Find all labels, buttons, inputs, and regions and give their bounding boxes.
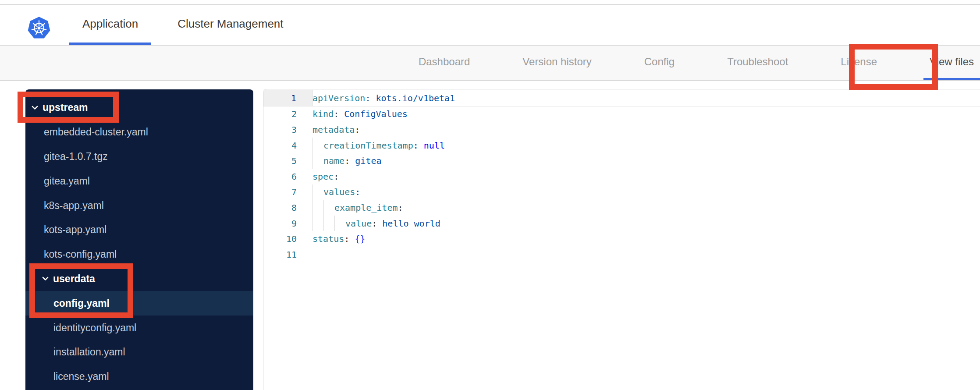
code-line: 3metadata: (263, 122, 980, 138)
line-number: 7 (263, 184, 312, 200)
header-tabs: ApplicationCluster Management (69, 5, 297, 45)
tree-item-label: k8s-app.yaml (44, 200, 104, 212)
line-number: 3 (263, 122, 312, 138)
file-gitea-1-0-7-tgz[interactable]: gitea-1.0.7.tgz (25, 145, 253, 169)
code-line: 9value: hello world (263, 216, 980, 231)
file-installation-yaml[interactable]: installation.yaml (25, 340, 253, 365)
nav-item-view-files[interactable]: View files (923, 46, 980, 80)
secondary-nav: DashboardVersion historyConfigTroublesho… (0, 46, 980, 81)
code-line: 2kind: ConfigValues (263, 106, 980, 122)
chevron-down-icon (42, 277, 49, 281)
code-line: 10status: {} (263, 231, 980, 247)
code-text: kind: ConfigValues (312, 106, 408, 122)
indent-guide-icon (312, 200, 323, 216)
code-text: creationTimestamp: null (312, 138, 445, 153)
code-text: example_item: (312, 200, 403, 216)
line-number: 5 (263, 153, 312, 169)
tree-item-label: kots-app.yaml (44, 224, 107, 236)
code-line: 11 (263, 247, 980, 262)
code-text: spec: (312, 169, 339, 184)
code-text: values: (312, 184, 360, 200)
line-number: 9 (263, 216, 312, 231)
folder-upstream[interactable]: upstream (25, 96, 253, 120)
code-line: 5name: gitea (263, 153, 980, 169)
tree-item-label: embedded-cluster.yaml (44, 126, 148, 138)
code-text: metadata: (312, 122, 360, 138)
indent-guide-icon (323, 216, 334, 231)
indent-guide-icon (312, 138, 323, 153)
tree-item-label: license.yaml (53, 371, 109, 383)
line-number: 8 (263, 200, 312, 216)
file-gitea-yaml[interactable]: gitea.yaml (25, 169, 253, 193)
nav-item-config[interactable]: Config (638, 46, 681, 80)
chevron-down-icon (32, 106, 38, 110)
file-tree-sidebar: upstreamembedded-cluster.yamlgitea-1.0.7… (25, 89, 253, 390)
code-line: 8example_item: (263, 200, 980, 216)
app-header: ApplicationCluster Management (0, 5, 980, 46)
line-number: 10 (263, 231, 312, 247)
line-number: 11 (263, 247, 312, 262)
line-number: 2 (263, 106, 312, 122)
file-kots-app-yaml[interactable]: kots-app.yaml (25, 218, 253, 242)
code-line: 7values: (263, 184, 980, 200)
line-number: 4 (263, 138, 312, 153)
nav-item-license[interactable]: License (834, 46, 883, 80)
nav-item-troubleshoot[interactable]: Troubleshoot (721, 46, 794, 80)
file-license-yaml[interactable]: license.yaml (25, 365, 253, 389)
file-k8s-app-yaml[interactable]: k8s-app.yaml (25, 193, 253, 218)
tree-item-label: upstream (43, 102, 88, 113)
tree-item-label: userdata (53, 273, 95, 285)
indent-guide-icon (312, 184, 323, 200)
tree-item-label: gitea-1.0.7.tgz (44, 151, 108, 163)
file-identityconfig-yaml[interactable]: identityconfig.yaml (25, 316, 253, 340)
indent-guide-icon (312, 153, 323, 169)
code-line: 6spec: (263, 169, 980, 184)
indent-guide-icon (312, 216, 323, 231)
file-embedded-cluster-yaml[interactable]: embedded-cluster.yaml (25, 120, 253, 145)
tab-cluster-management[interactable]: Cluster Management (164, 5, 296, 45)
code-text: value: hello world (312, 216, 440, 231)
folder-userdata[interactable]: userdata (25, 267, 253, 291)
code-text: name: gitea (312, 153, 381, 169)
code-text: status: {} (312, 231, 365, 247)
nav-item-version-history[interactable]: Version history (516, 46, 597, 80)
line-number: 1 (263, 90, 312, 106)
code-line: 1apiVersion: kots.io/v1beta1 (263, 90, 980, 106)
tab-application[interactable]: Application (69, 5, 151, 45)
tree-item-label: config.yaml (53, 298, 110, 309)
file-config-yaml[interactable]: config.yaml (25, 291, 253, 316)
kots-admin-console: ApplicationCluster Management DashboardV… (0, 0, 980, 390)
tree-item-label: identityconfig.yaml (53, 322, 136, 334)
yaml-code-editor[interactable]: 1apiVersion: kots.io/v1beta12kind: Confi… (263, 89, 980, 390)
kubernetes-logo-icon (27, 15, 51, 40)
file-kots-config-yaml[interactable]: kots-config.yaml (25, 242, 253, 267)
tree-item-label: installation.yaml (53, 346, 125, 358)
code-text: apiVersion: kots.io/v1beta1 (312, 90, 455, 106)
tree-item-label: kots-config.yaml (44, 248, 117, 260)
line-number: 6 (263, 169, 312, 184)
tree-item-label: gitea.yaml (44, 175, 90, 187)
nav-item-dashboard[interactable]: Dashboard (412, 46, 476, 80)
code-line: 4creationTimestamp: null (263, 138, 980, 153)
indent-guide-icon (323, 200, 334, 216)
indent-guide-icon (334, 216, 345, 231)
